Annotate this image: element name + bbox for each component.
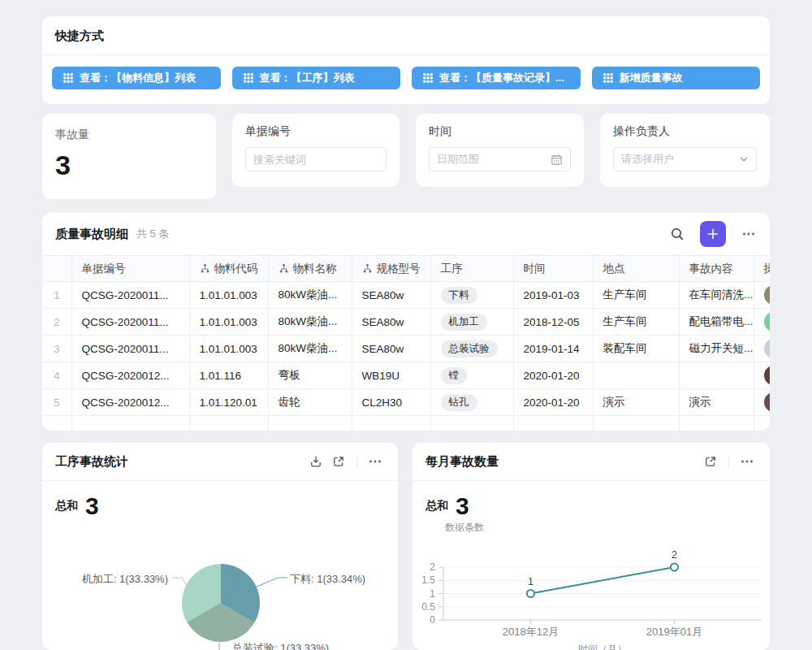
pie-label-blanking: 下料: 1(33.34%) [290, 572, 365, 587]
user-select[interactable]: 请选择用户 [613, 147, 757, 171]
column-header-spec[interactable]: 规格型号 [352, 256, 430, 282]
avatar [764, 366, 771, 385]
line-card-header: 每月事故数量 [412, 443, 770, 481]
stat-label: 事故量 [55, 128, 203, 142]
doc-no-label: 单据编号 [245, 124, 387, 139]
pie-chart-title: 工序事故统计 [55, 454, 304, 470]
open-external-button[interactable] [327, 450, 350, 473]
button-label: 新增质量事故 [620, 71, 683, 85]
shortcuts-title: 快捷方式 [42, 16, 770, 55]
relation-icon [279, 263, 289, 274]
more-menu-button[interactable] [736, 450, 758, 473]
calendar-icon [551, 154, 563, 166]
column-header-process[interactable]: 工序 [430, 256, 513, 282]
process-tag: 钻孔 [441, 394, 477, 411]
cell-doc-no: QCSG-2020012... [71, 362, 189, 389]
search-button[interactable] [666, 223, 689, 245]
button-label: 查看：【工序】列表 [260, 71, 355, 85]
row-number: 2 [42, 309, 71, 336]
date-range-input[interactable]: 日期范围 [429, 147, 571, 171]
svg-text:2019年01月: 2019年01月 [646, 626, 702, 638]
cell-content [679, 362, 754, 389]
column-header-place[interactable]: 地点 [593, 256, 679, 282]
cell-material-name: 弯板 [268, 362, 352, 389]
process-tag: 机加工 [441, 314, 488, 331]
avatar [764, 392, 771, 412]
download-button[interactable] [304, 450, 327, 473]
view-process-list-button[interactable]: 查看：【工序】列表 [232, 67, 401, 89]
record-count: 共 5 条 [136, 227, 169, 241]
more-menu-button[interactable] [737, 223, 760, 245]
external-link-icon [704, 455, 717, 468]
table-row[interactable]: 5 QCSG-2020012... 1.01.120.01 齿轮 CL2H30 … [42, 389, 770, 416]
column-header-operator[interactable]: 操作负责人 [754, 256, 770, 282]
incident-detail-card: 质量事故明细 共 5 条 单据编号 物料代码 物料名称 规格型号 [42, 213, 770, 431]
cell-process: 镗 [430, 362, 513, 389]
table-header-bar: 质量事故明细 共 5 条 [42, 213, 770, 255]
line-chart: 00.511.522018年12月2019年01月12时间（月） [412, 520, 770, 650]
column-header-doc-no[interactable]: 单据编号 [71, 256, 189, 282]
total-label: 总和 [425, 499, 448, 514]
pie-chart [182, 564, 260, 642]
add-incident-button[interactable]: 新增质量事故 [592, 67, 761, 89]
cell-doc-no: QCSG-2020012... [71, 389, 189, 416]
cell-material-name: 齿轮 [268, 389, 352, 416]
table-row[interactable]: 4 QCSG-2020012... 1.01.116 弯板 WB19U 镗 20… [42, 362, 770, 389]
date-range-placeholder: 日期范围 [437, 152, 479, 167]
add-record-button[interactable] [700, 221, 726, 247]
cell-time: 2020-01-20 [513, 389, 593, 416]
svg-text:0.5: 0.5 [421, 601, 435, 613]
total-value: 3 [85, 492, 99, 520]
row-number: 5 [42, 389, 71, 416]
divider [356, 456, 357, 467]
svg-text:2: 2 [672, 549, 677, 561]
view-incident-records-button[interactable]: 查看：【质量事故记录】... [412, 67, 581, 89]
open-external-button[interactable] [699, 450, 722, 473]
process-stats-card: 工序事故统计 总和 3 机加工: 1(33.33%) 下料: 1(33.34%)… [42, 443, 398, 650]
apps-grid-icon [423, 73, 433, 83]
time-label: 时间 [429, 124, 571, 139]
cell-material-name: 80kW柴油... [268, 282, 352, 309]
avatar [764, 339, 771, 358]
plus-icon [706, 228, 719, 240]
cell-content: 磁力开关短... [679, 336, 754, 362]
cell-operator [754, 362, 770, 389]
user-select-placeholder: 请选择用户 [621, 152, 674, 167]
column-header-material-name[interactable]: 物料名称 [268, 256, 352, 282]
cell-time: 2019-01-14 [513, 336, 593, 362]
divider [728, 456, 729, 467]
cell-spec: WB19U [352, 362, 430, 389]
table-row[interactable]: 1 QCSG-2020011... 1.01.01.003 80kW柴油... … [42, 282, 770, 309]
monthly-incidents-card: 每月事故数量 总和 3 数据条数 00.511.522018年12月2019年0… [412, 443, 770, 650]
column-header-time[interactable]: 时间 [513, 256, 593, 282]
relation-icon [200, 263, 210, 274]
svg-text:0: 0 [430, 614, 435, 626]
avatar [764, 312, 771, 332]
view-material-list-button[interactable]: 查看：【物料信息】列表 [52, 67, 221, 89]
pie-label-assembly-test: 总装试验: 1(33.33%) [232, 641, 329, 650]
svg-text:时间（月）: 时间（月） [578, 644, 627, 650]
table-row[interactable]: 2 QCSG-2020011... 1.01.01.003 80kW柴油... … [42, 309, 770, 336]
doc-no-search-input[interactable] [245, 147, 387, 171]
cell-spec: CL2H30 [352, 389, 430, 416]
more-menu-button[interactable] [364, 450, 387, 473]
cell-material-code: 1.01.120.01 [189, 389, 268, 416]
line-chart-title: 每月事故数量 [425, 454, 699, 470]
cell-material-code: 1.01.01.003 [189, 282, 268, 309]
process-tag: 总装试验 [441, 340, 498, 358]
cell-material-code: 1.01.01.003 [189, 336, 268, 362]
cell-place: 生产车间 [593, 282, 679, 309]
cell-material-code: 1.01.01.003 [189, 309, 268, 336]
incident-count-card: 事故量 3 [42, 114, 216, 199]
ellipsis-icon [368, 454, 382, 469]
cell-doc-no: QCSG-2020011... [71, 336, 189, 362]
relation-icon [362, 263, 373, 274]
cell-material-name: 80kW柴油... [268, 309, 352, 336]
column-header-material-code[interactable]: 物料代码 [189, 256, 268, 282]
table-header-row: 单据编号 物料代码 物料名称 规格型号 工序 时间 地点 事故内容 操作负责人 [42, 256, 770, 282]
doc-no-filter-card: 单据编号 [232, 114, 400, 187]
svg-text:1: 1 [528, 576, 533, 587]
cell-place: 生产车间 [593, 309, 679, 336]
column-header-content[interactable]: 事故内容 [679, 256, 754, 282]
table-row[interactable]: 3 QCSG-2020011... 1.01.01.003 80kW柴油... … [42, 336, 770, 362]
